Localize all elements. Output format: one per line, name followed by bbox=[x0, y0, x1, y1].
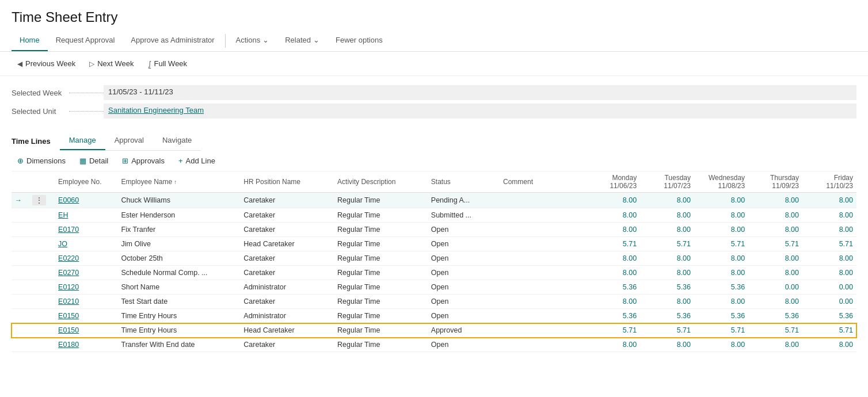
fri-cell[interactable]: 0.00 bbox=[802, 280, 856, 295]
wed-cell[interactable]: 5.36 bbox=[694, 309, 748, 323]
emp-no-link[interactable]: E0270 bbox=[58, 269, 79, 277]
tab-approval[interactable]: Approval bbox=[105, 131, 153, 150]
mon-cell[interactable]: 8.00 bbox=[586, 266, 640, 280]
fri-cell[interactable]: 5.71 bbox=[802, 323, 856, 338]
approvals-button[interactable]: ⊞ Approvals bbox=[116, 154, 170, 167]
emp-no-cell[interactable]: E0150 bbox=[55, 323, 117, 338]
thu-cell[interactable]: 8.00 bbox=[748, 208, 802, 223]
mon-cell[interactable]: 5.36 bbox=[586, 309, 640, 323]
table-row[interactable]: EHEster HendersonCaretakerRegular TimeSu… bbox=[12, 208, 856, 223]
mon-cell[interactable]: 8.00 bbox=[586, 338, 640, 352]
table-row[interactable]: E0270Schedule Normal Comp. ...CaretakerR… bbox=[12, 266, 856, 280]
tue-cell[interactable]: 8.00 bbox=[640, 251, 694, 266]
fri-cell[interactable]: 8.00 bbox=[802, 251, 856, 266]
wed-cell[interactable]: 5.71 bbox=[694, 237, 748, 251]
table-row[interactable]: E0150Time Entry HoursHead CaretakerRegul… bbox=[12, 323, 856, 338]
tue-cell[interactable]: 8.00 bbox=[640, 266, 694, 280]
nav-actions[interactable]: Actions ⌄ bbox=[228, 30, 277, 51]
table-row[interactable]: E0150Time Entry HoursAdministratorRegula… bbox=[12, 309, 856, 323]
selected-unit-value[interactable]: Sanitation Engineering Team bbox=[104, 104, 856, 119]
mon-cell[interactable]: 5.71 bbox=[586, 323, 640, 338]
fri-cell[interactable]: 8.00 bbox=[802, 193, 856, 208]
emp-no-cell[interactable]: JO bbox=[55, 237, 117, 251]
fri-cell[interactable]: 5.71 bbox=[802, 237, 856, 251]
emp-no-link[interactable]: E0180 bbox=[58, 341, 79, 349]
wed-cell[interactable]: 8.00 bbox=[694, 193, 748, 208]
tue-cell[interactable]: 8.00 bbox=[640, 338, 694, 352]
tue-cell[interactable]: 5.36 bbox=[640, 280, 694, 295]
table-row[interactable]: E0120Short NameAdministratorRegular Time… bbox=[12, 280, 856, 295]
nav-fewer-options[interactable]: Fewer options bbox=[328, 30, 391, 51]
thu-cell[interactable]: 5.71 bbox=[748, 323, 802, 338]
row-kebab-cell[interactable]: ⋮ bbox=[29, 193, 55, 208]
prev-week-button[interactable]: ◀ Previous Week bbox=[12, 56, 81, 71]
th-emp-name[interactable]: Employee Name ↑ bbox=[118, 171, 241, 193]
wed-cell[interactable]: 5.71 bbox=[694, 323, 748, 338]
emp-no-link[interactable]: E0150 bbox=[58, 326, 79, 334]
fri-cell[interactable]: 8.00 bbox=[802, 223, 856, 237]
detail-button[interactable]: ▦ Detail bbox=[74, 154, 114, 167]
emp-no-link[interactable]: E0120 bbox=[58, 283, 79, 291]
wed-cell[interactable]: 5.36 bbox=[694, 280, 748, 295]
tue-cell[interactable]: 5.71 bbox=[640, 237, 694, 251]
mon-cell[interactable]: 8.00 bbox=[586, 193, 640, 208]
thu-cell[interactable]: 8.00 bbox=[748, 193, 802, 208]
thu-cell[interactable]: 0.00 bbox=[748, 280, 802, 295]
emp-no-cell[interactable]: E0120 bbox=[55, 280, 117, 295]
tab-navigate[interactable]: Navigate bbox=[153, 131, 201, 150]
wed-cell[interactable]: 8.00 bbox=[694, 251, 748, 266]
kebab-menu-icon[interactable]: ⋮ bbox=[32, 195, 46, 205]
tue-cell[interactable]: 8.00 bbox=[640, 223, 694, 237]
tue-cell[interactable]: 8.00 bbox=[640, 193, 694, 208]
nav-approve-admin[interactable]: Approve as Administrator bbox=[123, 30, 222, 51]
thu-cell[interactable]: 8.00 bbox=[748, 295, 802, 309]
wed-cell[interactable]: 8.00 bbox=[694, 223, 748, 237]
emp-no-cell[interactable]: E0210 bbox=[55, 295, 117, 309]
emp-no-link[interactable]: E0150 bbox=[58, 312, 79, 320]
mon-cell[interactable]: 8.00 bbox=[586, 251, 640, 266]
dimensions-button[interactable]: ⊕ Dimensions bbox=[12, 154, 71, 167]
mon-cell[interactable]: 8.00 bbox=[586, 295, 640, 309]
thu-cell[interactable]: 8.00 bbox=[748, 266, 802, 280]
nav-related[interactable]: Related ⌄ bbox=[277, 30, 328, 51]
table-row[interactable]: →⋮E0060Chuck WilliamsCaretakerRegular Ti… bbox=[12, 193, 856, 208]
add-line-button[interactable]: + Add Line bbox=[173, 154, 221, 167]
table-row[interactable]: E0210Test Start dateCaretakerRegular Tim… bbox=[12, 295, 856, 309]
mon-cell[interactable]: 5.71 bbox=[586, 237, 640, 251]
emp-no-cell[interactable]: E0170 bbox=[55, 223, 117, 237]
nav-home[interactable]: Home bbox=[12, 30, 48, 51]
emp-no-link[interactable]: JO bbox=[58, 240, 67, 248]
emp-no-link[interactable]: EH bbox=[58, 211, 68, 219]
emp-no-link[interactable]: E0220 bbox=[58, 254, 79, 262]
table-row[interactable]: JOJim OliveHead CaretakerRegular TimeOpe… bbox=[12, 237, 856, 251]
thu-cell[interactable]: 8.00 bbox=[748, 223, 802, 237]
mon-cell[interactable]: 8.00 bbox=[586, 208, 640, 223]
nav-request-approval[interactable]: Request Approval bbox=[48, 30, 123, 51]
full-week-button[interactable]: ⨜ Full Week bbox=[142, 56, 193, 71]
emp-no-cell[interactable]: E0270 bbox=[55, 266, 117, 280]
thu-cell[interactable]: 8.00 bbox=[748, 251, 802, 266]
thu-cell[interactable]: 8.00 bbox=[748, 338, 802, 352]
fri-cell[interactable]: 5.36 bbox=[802, 309, 856, 323]
tue-cell[interactable]: 5.71 bbox=[640, 323, 694, 338]
fri-cell[interactable]: 8.00 bbox=[802, 266, 856, 280]
wed-cell[interactable]: 8.00 bbox=[694, 208, 748, 223]
tab-manage[interactable]: Manage bbox=[60, 131, 105, 150]
emp-no-link[interactable]: E0210 bbox=[58, 297, 79, 306]
emp-no-link[interactable]: E0170 bbox=[58, 226, 79, 234]
next-week-button[interactable]: ▷ Next Week bbox=[83, 56, 139, 71]
emp-no-link[interactable]: E0060 bbox=[58, 196, 79, 204]
tue-cell[interactable]: 5.36 bbox=[640, 309, 694, 323]
mon-cell[interactable]: 8.00 bbox=[586, 223, 640, 237]
emp-no-cell[interactable]: E0220 bbox=[55, 251, 117, 266]
mon-cell[interactable]: 5.36 bbox=[586, 280, 640, 295]
table-row[interactable]: E0180Transfer With End dateCaretakerRegu… bbox=[12, 338, 856, 352]
tue-cell[interactable]: 8.00 bbox=[640, 208, 694, 223]
fri-cell[interactable]: 8.00 bbox=[802, 338, 856, 352]
emp-no-cell[interactable]: E0060 bbox=[55, 193, 117, 208]
emp-no-cell[interactable]: E0150 bbox=[55, 309, 117, 323]
wed-cell[interactable]: 8.00 bbox=[694, 266, 748, 280]
table-row[interactable]: E0220October 25thCaretakerRegular TimeOp… bbox=[12, 251, 856, 266]
tue-cell[interactable]: 8.00 bbox=[640, 295, 694, 309]
fri-cell[interactable]: 0.00 bbox=[802, 295, 856, 309]
